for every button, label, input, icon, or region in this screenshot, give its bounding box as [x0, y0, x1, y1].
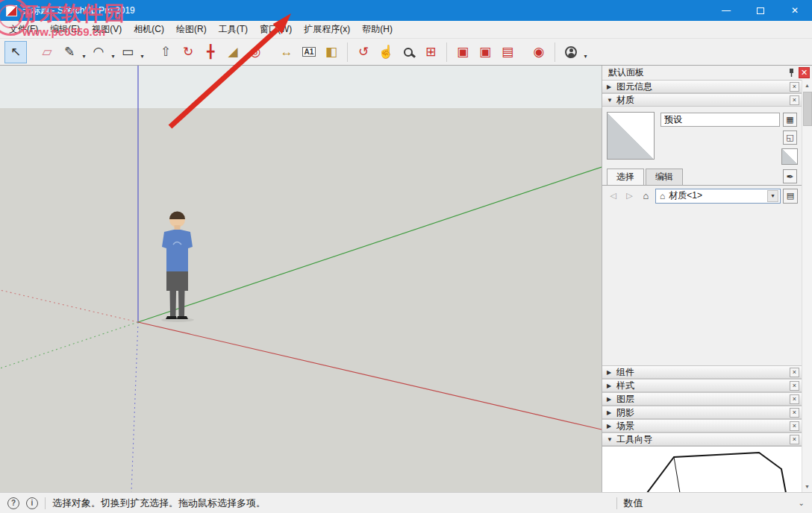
menu-edit[interactable]: 编辑(E) [44, 20, 86, 39]
app-icon [6, 5, 17, 16]
menu-help[interactable]: 帮助(H) [356, 20, 399, 39]
eraser-tool[interactable]: ▱ [36, 41, 58, 63]
scrollbar-thumb[interactable] [803, 92, 812, 126]
section-close-button[interactable]: × [790, 394, 799, 404]
minimize-icon: — [722, 5, 731, 16]
section-scenes[interactable]: ▶ 场景 × [602, 419, 802, 432]
tab-edit[interactable]: 编辑 [646, 169, 683, 185]
section-entity-info[interactable]: ▶ 图元信息 × [602, 80, 802, 93]
panel-close-button[interactable]: ✕ [799, 67, 810, 78]
tape-measure-icon: ↔ [281, 45, 293, 60]
panel-scrollbar[interactable]: ▲ ▼ [802, 80, 812, 492]
materials-panel: ▦ ◱ [602, 107, 802, 169]
shapes-tool[interactable]: ▭ [116, 41, 139, 63]
default-tray-panel: 默认面板 ✕ ▶ 图元信息 × ▼ 材质 × [602, 66, 812, 492]
menu-extensions[interactable]: 扩展程序(x) [298, 20, 356, 39]
account-dropdown-arrow-icon[interactable]: ▾ [582, 44, 589, 60]
section-close-button[interactable]: × [790, 435, 799, 444]
tape-measure-tool[interactable]: ↔ [275, 41, 298, 63]
eye-icon: ◉ [534, 44, 545, 60]
rotate-tool[interactable]: ↻ [177, 41, 199, 63]
maximize-icon [757, 7, 764, 14]
menu-draw[interactable]: 绘图(R) [170, 20, 213, 39]
scale-tool[interactable]: ◢ [222, 41, 244, 63]
pin-icon[interactable] [788, 68, 795, 78]
extension-warehouse-button[interactable]: ▣ [474, 41, 496, 63]
section-label: 图层 [616, 393, 790, 406]
forward-button[interactable]: ▷ [622, 189, 637, 203]
scroll-up-button[interactable]: ▲ [802, 80, 812, 91]
offset-tool[interactable]: ◎ [244, 41, 266, 63]
section-materials[interactable]: ▼ 材质 × [602, 93, 802, 107]
paint-bucket-icon: ◧ [325, 44, 337, 60]
styles-button[interactable]: ◉ [528, 41, 550, 63]
shapes-dropdown-arrow-icon[interactable]: ▾ [139, 44, 146, 60]
push-pull-tool[interactable]: ⇧ [154, 41, 177, 63]
minimize-button[interactable]: — [709, 0, 743, 21]
in-model-icon: ⌂ [660, 191, 665, 201]
back-button[interactable]: ◁ [606, 189, 620, 203]
account-button[interactable] [560, 41, 582, 63]
zoom-extents-tool[interactable]: ⊞ [419, 41, 442, 63]
details-button[interactable]: ▤ [783, 189, 798, 204]
materials-list-area[interactable] [602, 206, 802, 365]
text-tool[interactable]: A1 [298, 41, 320, 63]
section-layers[interactable]: ▶ 图层 × [602, 392, 802, 406]
arc-icon: ◠ [93, 44, 104, 60]
create-material-button[interactable]: ▦ [783, 113, 797, 127]
panel-header: 默认面板 ✕ [602, 66, 812, 80]
main-area: 默认面板 ✕ ▶ 图元信息 × ▼ 材质 × [0, 66, 812, 492]
default-material-thumbnail[interactable] [781, 148, 798, 165]
arc-tool[interactable]: ◠ [87, 41, 110, 63]
menu-tools[interactable]: 工具(T) [213, 20, 254, 39]
menu-camera[interactable]: 相机(C) [128, 20, 170, 39]
menu-file[interactable]: 文件(F) [3, 20, 44, 39]
section-close-button[interactable]: × [790, 421, 799, 431]
forward-arrow-icon: ▷ [626, 191, 632, 201]
chevron-down-icon[interactable]: ▾ [767, 190, 778, 202]
materials-collection-dropdown[interactable]: ⌂ 材质<1> ▾ [655, 189, 781, 204]
section-close-button[interactable]: × [790, 95, 799, 105]
scroll-down-button[interactable]: ▼ [802, 481, 812, 492]
material-preview[interactable] [607, 112, 655, 160]
extension-warehouse-icon: ▣ [479, 44, 491, 60]
section-shadows[interactable]: ▶ 阴影 × [602, 406, 802, 419]
section-close-button[interactable]: × [790, 82, 799, 92]
maximize-button[interactable] [743, 0, 778, 21]
material-name-input[interactable] [660, 113, 780, 127]
select-tool[interactable]: ↖ [4, 41, 27, 63]
menu-window[interactable]: 窗口(W) [254, 20, 298, 39]
eyedropper-icon: ✒ [786, 171, 793, 182]
chevron-down-icon[interactable]: ⌄ [799, 499, 805, 507]
warehouse-3d-button[interactable]: ▣ [452, 41, 474, 63]
in-model-button[interactable]: ⌂ [639, 189, 653, 203]
scale-icon: ◢ [228, 44, 237, 60]
sample-paint-button[interactable]: ✒ [783, 169, 797, 183]
info-icon[interactable]: i [26, 497, 38, 509]
toolbar: ↖ ▱ ✎ ▾ ◠ ▾ ▭ ▾ ⇧ ↻ ╋ ◢ ◎ ↔ A1 ◧ ↺ ☝ ⊞ ▣… [0, 39, 812, 66]
close-button[interactable]: ✕ [778, 0, 812, 21]
section-components[interactable]: ▶ 组件 × [602, 365, 802, 379]
zoom-tool[interactable] [397, 41, 419, 63]
section-styles[interactable]: ▶ 样式 × [602, 379, 802, 392]
section-close-button[interactable]: × [790, 381, 799, 391]
section-instructor[interactable]: ▼ 工具向导 × [602, 432, 802, 446]
line-tool[interactable]: ✎ [58, 41, 81, 63]
measurement-input[interactable] [650, 497, 792, 510]
arc-dropdown-arrow-icon[interactable]: ▾ [110, 44, 116, 60]
measurement-label: 数值 [624, 497, 643, 510]
orbit-tool[interactable]: ↺ [352, 41, 375, 63]
statusbar-divider [616, 497, 617, 509]
send-to-layout-button[interactable]: ▤ [496, 41, 519, 63]
line-dropdown-arrow-icon[interactable]: ▾ [81, 44, 87, 60]
menu-view[interactable]: 视图(V) [86, 20, 128, 39]
pan-tool[interactable]: ☝ [375, 41, 397, 63]
viewport[interactable] [0, 66, 602, 492]
section-close-button[interactable]: × [790, 368, 799, 377]
secondary-pane-button[interactable]: ◱ [783, 130, 797, 145]
section-close-button[interactable]: × [790, 408, 799, 418]
move-tool[interactable]: ╋ [199, 41, 222, 63]
tab-select[interactable]: 选择 [607, 169, 644, 185]
help-icon[interactable]: ? [7, 497, 19, 509]
paint-bucket-tool[interactable]: ◧ [320, 41, 343, 63]
